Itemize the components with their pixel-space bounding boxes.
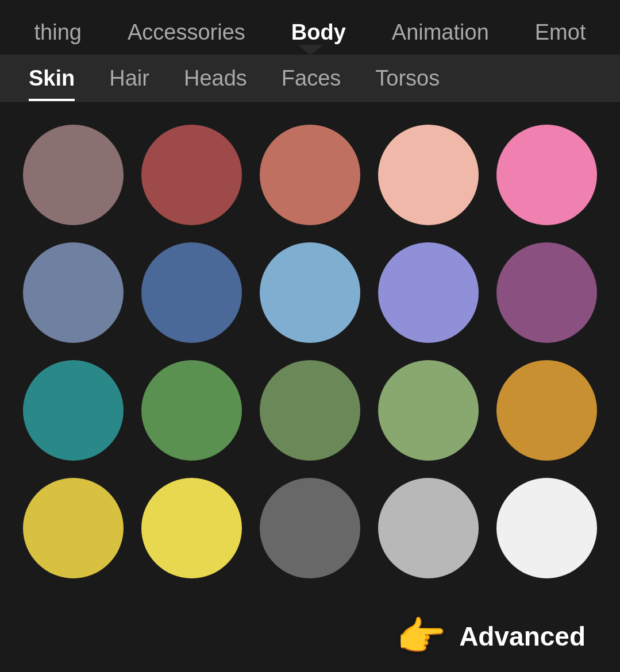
color-swatch-8[interactable]: [378, 242, 479, 343]
color-swatch-15[interactable]: [23, 478, 124, 578]
color-grid: [17, 125, 603, 578]
color-swatch-4[interactable]: [496, 125, 597, 225]
color-swatch-14[interactable]: [496, 360, 597, 461]
color-swatch-6[interactable]: [141, 242, 242, 343]
advanced-area: 👈 Advanced: [0, 596, 620, 672]
sub-nav-torsos[interactable]: Torsos: [358, 55, 457, 101]
pointing-hand-icon: 👈: [398, 613, 448, 660]
color-swatch-17[interactable]: [260, 478, 360, 578]
sub-nav-heads[interactable]: Heads: [167, 55, 264, 101]
sub-nav-faces[interactable]: Faces: [264, 55, 358, 101]
color-swatch-18[interactable]: [378, 478, 479, 578]
color-swatch-13[interactable]: [378, 360, 479, 461]
color-swatch-3[interactable]: [378, 125, 479, 225]
main-content: Skin Hair Heads Faces Torsos 👈 Advanced: [0, 55, 620, 672]
advanced-label[interactable]: Advanced: [459, 621, 586, 652]
sub-nav-skin[interactable]: Skin: [11, 55, 92, 101]
nav-item-accessories[interactable]: Accessories: [105, 14, 268, 51]
color-grid-container: [0, 102, 620, 596]
sub-nav-hair[interactable]: Hair: [92, 55, 167, 101]
nav-triangle: [298, 45, 323, 55]
color-swatch-1[interactable]: [141, 125, 242, 225]
color-swatch-7[interactable]: [260, 242, 360, 343]
nav-item-clothing[interactable]: thing: [11, 14, 105, 51]
color-swatch-10[interactable]: [23, 360, 124, 461]
sub-nav: Skin Hair Heads Faces Torsos: [0, 55, 620, 102]
nav-item-animation[interactable]: Animation: [369, 14, 512, 51]
color-swatch-16[interactable]: [141, 478, 242, 578]
color-swatch-12[interactable]: [260, 360, 360, 461]
color-swatch-0[interactable]: [23, 125, 124, 225]
color-swatch-19[interactable]: [496, 478, 597, 578]
color-swatch-5[interactable]: [23, 242, 124, 343]
nav-item-emote[interactable]: Emot: [512, 14, 609, 51]
color-swatch-11[interactable]: [141, 360, 242, 461]
color-swatch-2[interactable]: [260, 125, 360, 225]
color-swatch-9[interactable]: [496, 242, 597, 343]
top-nav: thing Accessories Body Animation Emot: [0, 0, 620, 55]
